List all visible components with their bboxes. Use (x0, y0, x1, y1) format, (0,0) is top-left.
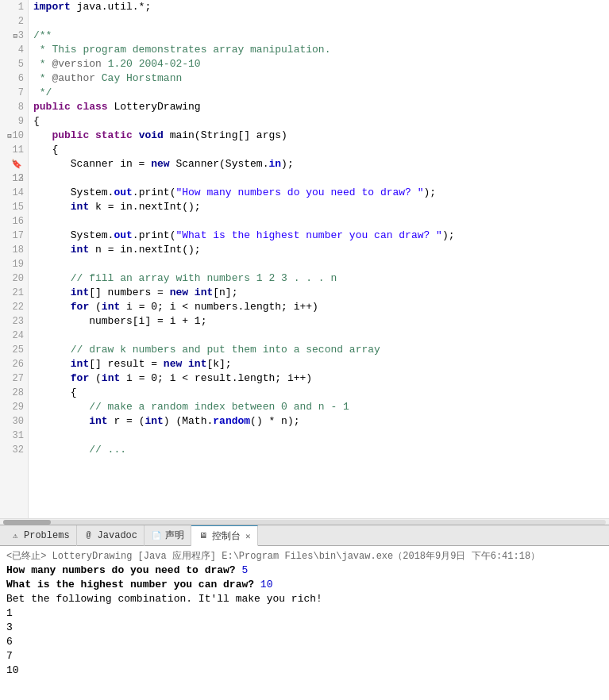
scrollbar-track[interactable] (3, 520, 606, 525)
panel-tab-problems[interactable]: ⚠Problems (3, 525, 77, 546)
tab-close-button[interactable]: ✕ (245, 531, 251, 541)
code-line: * @author Cay Horstmann (33, 71, 609, 86)
line-number: 16 (0, 214, 28, 229)
tab-icon: 📄 (151, 530, 162, 541)
console-line: 1 (6, 606, 603, 621)
console-text: 10 (6, 664, 19, 676)
line-number: 6 (0, 71, 28, 86)
line-number: 26 (0, 357, 28, 371)
line-number: 24 (0, 329, 28, 343)
code-line: */ (33, 86, 609, 100)
line-number: 20 (0, 271, 28, 286)
bookmark-icon: 🔖 (11, 160, 22, 169)
line-number: 2 (0, 14, 28, 29)
line-number: 17 (0, 229, 28, 243)
console-text: 7 (6, 650, 13, 662)
line-number: 21 (0, 286, 28, 300)
code-line: public static void main(String[] args) (33, 129, 609, 143)
code-line (33, 257, 609, 271)
code-line: int[] result = new int[k]; (33, 357, 609, 371)
line-number: 29 (0, 400, 28, 414)
code-line: numbers[i] = i + 1; (33, 314, 609, 329)
console-line: 3 (6, 621, 603, 635)
code-line: int n = in.nextInt(); (33, 243, 609, 257)
console-line: 6 (6, 635, 603, 649)
tab-icon: @ (83, 530, 94, 541)
code-line: System.out.print("How many numbers do yo… (33, 186, 609, 200)
console-text: 6 (6, 636, 13, 648)
line-number: 23 (0, 314, 28, 329)
line-number: ⊟10 (0, 129, 28, 143)
line-number: 4 (0, 43, 28, 57)
tab-label: 控制台 (212, 529, 241, 543)
code-line: import java.util.*; (33, 0, 609, 14)
line-number: 11 (0, 143, 28, 157)
line-gutter: 12⊟3456789⊟1011🔖121314151617181920212223… (0, 0, 29, 518)
console-text: 1 (6, 607, 13, 619)
code-editor: 12⊟3456789⊟1011🔖121314151617181920212223… (0, 0, 609, 525)
code-line: public class LotteryDrawing (33, 100, 609, 114)
code-area[interactable]: import java.util.*;/** * This program de… (29, 0, 609, 518)
console-line: 7 (6, 649, 603, 663)
code-line: { (33, 114, 609, 129)
line-number: 31 (0, 429, 28, 443)
console-line: Bet the following combination. It'll mak… (6, 592, 603, 606)
line-number: 13 (0, 171, 28, 186)
console-text: 3 (6, 621, 13, 633)
tab-icon: 🖥 (198, 530, 209, 541)
panel-tab-javadoc[interactable]: @Javadoc (77, 525, 145, 546)
code-content: 12⊟3456789⊟1011🔖121314151617181920212223… (0, 0, 609, 518)
code-line (33, 214, 609, 229)
panel-tab-控制台[interactable]: 🖥控制台✕ (191, 525, 258, 546)
console-text: Bet the following combination. It'll mak… (6, 593, 322, 605)
console-line: 10 (6, 663, 603, 678)
code-line: int[] numbers = new int[n]; (33, 286, 609, 300)
line-number: 9 (0, 114, 28, 129)
console-answer: 5 (241, 564, 248, 576)
code-line: int k = in.nextInt(); (33, 200, 609, 214)
code-line (33, 171, 609, 186)
console-line: What is the highest number you can draw?… (6, 578, 603, 592)
tab-label: 声明 (165, 529, 184, 542)
code-line (33, 429, 609, 443)
line-number: 5 (0, 57, 28, 71)
code-line: // draw k numbers and put them into a se… (33, 343, 609, 357)
code-line (33, 14, 609, 29)
tab-label: Problems (24, 530, 70, 541)
code-line: { (33, 143, 609, 157)
line-number: ⊟3 (0, 29, 28, 43)
panel-tabs: ⚠Problems@Javadoc📄声明🖥控制台✕ (0, 525, 609, 546)
scrollbar-thumb[interactable] (3, 520, 51, 525)
console-terminated-line: <已终止> LotteryDrawing [Java 应用程序] E:\Prog… (6, 549, 603, 563)
line-number: 8 (0, 100, 28, 114)
line-number: 30 (0, 414, 28, 429)
code-line: * This program demonstrates array manipu… (33, 43, 609, 57)
code-line: * @version 1.20 2004-02-10 (33, 57, 609, 71)
tab-label: Javadoc (98, 530, 137, 541)
code-line: // ... (33, 443, 609, 457)
line-number: 19 (0, 257, 28, 271)
console-text: How many numbers do you need to draw? (6, 564, 241, 576)
panel-tab-声明[interactable]: 📄声明 (145, 525, 191, 546)
console-text: What is the highest number you can draw? (6, 579, 260, 590)
tab-icon: ⚠ (10, 530, 21, 541)
line-number: 7 (0, 86, 28, 100)
horizontal-scrollbar[interactable] (0, 518, 609, 525)
console-output[interactable]: <已终止> LotteryDrawing [Java 应用程序] E:\Prog… (0, 546, 609, 700)
line-number: 15 (0, 200, 28, 214)
code-line: // fill an array with numbers 1 2 3 . . … (33, 271, 609, 286)
line-number: 22 (0, 300, 28, 314)
line-number: 14 (0, 186, 28, 200)
code-line: Scanner in = new Scanner(System.in); (33, 157, 609, 171)
line-number: 18 (0, 243, 28, 257)
line-number: 28 (0, 386, 28, 400)
code-line: { (33, 386, 609, 400)
code-line: int r = (int) (Math.random() * n); (33, 414, 609, 429)
code-line: for (int i = 0; i < numbers.length; i++) (33, 300, 609, 314)
code-line: for (int i = 0; i < result.length; i++) (33, 371, 609, 386)
bottom-panel: ⚠Problems@Javadoc📄声明🖥控制台✕ <已终止> LotteryD… (0, 525, 609, 700)
line-number: 🔖12 (0, 157, 28, 171)
code-line: // make a random index between 0 and n -… (33, 400, 609, 414)
line-number: 1 (0, 0, 28, 14)
code-line: /** (33, 29, 609, 43)
